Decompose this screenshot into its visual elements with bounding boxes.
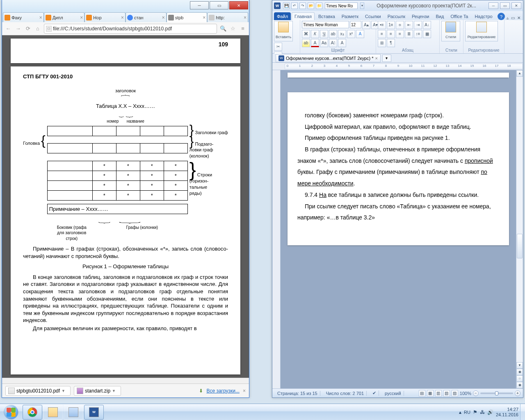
taskbar-explorer[interactable] <box>43 405 63 420</box>
qat-dropdown-icon[interactable]: ▾ <box>360 2 364 9</box>
action-center-icon[interactable]: ⚑ <box>473 409 477 415</box>
tab-4-active[interactable]: stpb× <box>167 12 208 22</box>
font-color-icon[interactable]: A <box>311 39 319 47</box>
tab-insert[interactable]: Вставка <box>315 12 338 20</box>
maximize-button[interactable]: ▭ <box>210 1 228 9</box>
volume-icon[interactable]: 🔊 <box>487 409 493 415</box>
all-downloads-link[interactable]: Все загрузки... <box>206 388 240 394</box>
align-justify-icon[interactable]: ≣ <box>405 30 413 38</box>
language-indicator[interactable]: RU <box>464 410 470 415</box>
tab-home[interactable]: Главная <box>292 12 315 20</box>
doc-close-icon[interactable]: ✕ <box>516 16 521 20</box>
align-center-icon[interactable]: ≡ <box>387 30 395 38</box>
cut-icon[interactable]: ✂ <box>274 43 282 51</box>
tab-3[interactable]: стан× <box>126 12 167 22</box>
help-icon[interactable]: ? <box>498 13 505 20</box>
qat-font-name[interactable] <box>325 2 358 9</box>
show-desktop-button[interactable] <box>520 404 525 420</box>
pdf-viewport[interactable]: 109 СТП БГТУ 001-2010 заголовок ⏞ Таблиц… <box>2 35 249 378</box>
zoom-level[interactable]: 100% <box>460 391 471 396</box>
indent-inc-icon[interactable]: ⇥ <box>414 21 422 29</box>
tab-close-icon[interactable]: × <box>203 15 205 21</box>
bold-icon[interactable]: Ж <box>302 30 310 38</box>
folder-icon[interactable]: 📁 <box>316 2 322 9</box>
document-scroll[interactable]: головку (боковик) заменяют номерами граф… <box>281 70 516 388</box>
char-border-icon[interactable]: A <box>338 39 346 47</box>
status-proofing-icon[interactable]: ✔ <box>370 390 379 396</box>
scroll-up-icon[interactable]: ▲ <box>516 70 523 77</box>
align-right-icon[interactable]: ≡ <box>396 30 404 38</box>
paste-button[interactable]: Вставить <box>274 21 293 41</box>
tab-review[interactable]: Рецензи <box>409 12 432 20</box>
close-button[interactable]: ✕ <box>511 2 521 9</box>
font-size-input[interactable] <box>350 21 361 28</box>
horizontal-ruler[interactable]: /* ticks drawn below structurally */ 012… <box>272 63 523 70</box>
next-page-icon[interactable]: ◉ <box>516 382 523 388</box>
tab-close-icon[interactable]: × <box>80 15 83 21</box>
view-web-icon[interactable]: ▥ <box>435 390 442 397</box>
tab-mailings[interactable]: Рассылк <box>385 12 408 20</box>
view-print-icon[interactable]: ▤ <box>419 390 425 397</box>
underline-icon[interactable]: Ч <box>320 30 328 38</box>
borders-icon[interactable]: ⊞ <box>378 39 386 47</box>
status-page[interactable]: Страница: 15 из 15 <box>275 391 320 396</box>
address-bar[interactable]: □ file:///C:/Users/student/Downloads/stp… <box>44 24 217 34</box>
scroll-down-icon[interactable]: ▼ <box>516 362 523 369</box>
minimize-button[interactable]: ─ <box>488 2 498 9</box>
styles-button[interactable]: Стили <box>441 21 460 41</box>
sort-icon[interactable]: A↓ <box>423 21 431 29</box>
tab-file[interactable]: Файл <box>274 12 291 20</box>
strike-icon[interactable]: ab <box>329 30 337 38</box>
horizontal-scrollbar[interactable] <box>2 378 249 383</box>
tab-addins[interactable]: Надстро <box>472 12 495 20</box>
minimize-button[interactable]: ─ <box>190 1 209 9</box>
taskbar-word[interactable]: W <box>84 405 104 420</box>
forward-icon[interactable]: → <box>14 25 22 32</box>
prev-page-icon[interactable]: ◉ <box>516 369 523 375</box>
view-read-icon[interactable]: ▦ <box>427 390 434 397</box>
taskbar-libraries[interactable] <box>64 405 83 420</box>
doc-min-icon[interactable]: ▭ <box>510 16 516 20</box>
font-name-input[interactable] <box>302 21 349 28</box>
tab-close-icon[interactable]: × <box>162 15 165 21</box>
tab-references[interactable]: Ссылки <box>362 12 384 20</box>
status-words[interactable]: Число слов: 2 701 <box>324 391 367 396</box>
document-tab[interactable]: W Оформление курсов...екта(ПОИТ 2курс) *… <box>276 54 381 62</box>
tab-layout[interactable]: Разметк <box>339 12 361 20</box>
text-effects-icon[interactable]: A <box>356 30 364 38</box>
status-language[interactable]: русский <box>382 391 404 396</box>
close-icon[interactable]: × <box>375 56 377 61</box>
bookmark-icon[interactable]: ☆ <box>229 25 237 32</box>
start-button[interactable] <box>0 404 22 420</box>
zoom-out-icon[interactable]: − <box>473 390 479 396</box>
zoom-slider[interactable] <box>480 393 513 394</box>
clear-format-icon[interactable]: A⃰ <box>329 39 337 47</box>
tab-view[interactable]: Вид <box>433 12 447 20</box>
grow-font-icon[interactable]: A▴ <box>362 21 370 29</box>
superscript-icon[interactable]: x² <box>347 30 355 38</box>
redo-icon[interactable]: ↷ <box>299 2 306 9</box>
indent-dec-icon[interactable]: ⇤ <box>405 21 413 29</box>
scroll-thumb[interactable] <box>517 234 523 258</box>
highlight-icon[interactable]: ab <box>302 39 310 47</box>
tab-close-icon[interactable]: × <box>244 15 247 21</box>
home-icon[interactable]: ⌂ <box>34 25 41 32</box>
align-left-icon[interactable]: ≡ <box>378 30 386 38</box>
tab-close-icon[interactable]: × <box>121 15 124 21</box>
view-outline-icon[interactable]: ▧ <box>443 390 450 397</box>
close-button[interactable]: ✕ <box>229 1 248 9</box>
menu-icon[interactable]: ≡ <box>239 25 247 32</box>
back-icon[interactable]: ← <box>5 25 12 32</box>
zoom-in-icon[interactable]: + <box>515 390 520 396</box>
minimize-ribbon-icon[interactable]: ▵ <box>506 16 509 20</box>
open-icon[interactable]: 📂 <box>308 2 314 9</box>
close-bar-icon[interactable]: × <box>243 388 246 394</box>
clock[interactable]: 14:27 24.11.2016 <box>496 407 518 417</box>
numbering-icon[interactable]: 1≡ <box>387 21 395 29</box>
tab-list-icon[interactable]: ▾ <box>382 55 391 62</box>
tab-officetab[interactable]: Office Ta <box>447 12 471 20</box>
taskbar-chrome[interactable] <box>23 405 42 420</box>
editing-button[interactable]: Редактирование <box>465 21 498 41</box>
network-icon[interactable]: 🖧 <box>480 409 485 415</box>
multilevel-icon[interactable]: ⎆ <box>396 21 404 29</box>
